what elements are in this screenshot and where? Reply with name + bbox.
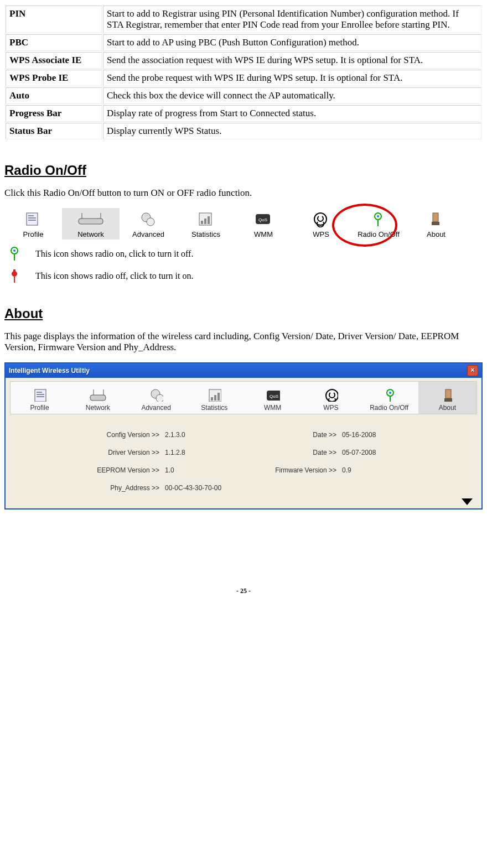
about-value: 1.0: [165, 466, 242, 474]
toolbar-item-statistics[interactable]: Statistics: [177, 208, 235, 240]
svg-point-15: [314, 213, 327, 225]
table-row: WPS Probe IESend the probe request with …: [6, 70, 481, 86]
radio-intro: Click this Radio On/Off button to turn O…: [4, 188, 483, 199]
term-cell: Progress Bar: [6, 105, 102, 122]
about-label: Date >>: [242, 431, 342, 439]
titlebar: Intelligent Wireless Utiltiy ×: [6, 363, 481, 378]
term-cell: PIN: [6, 6, 102, 33]
about-value: 1.1.2.8: [165, 449, 242, 456]
profile-icon: [12, 385, 68, 404]
term-cell: WPS Probe IE: [6, 70, 102, 86]
term-cell: PBC: [6, 34, 102, 51]
tab-wmm[interactable]: QoSWMM: [244, 382, 302, 414]
about-info-grid: Config Version >>2.1.3.0Date >>05-16-200…: [54, 431, 477, 492]
svg-rect-47: [444, 398, 452, 402]
toolbar-item-wmm[interactable]: QoSWMM: [235, 208, 292, 240]
table-row: Status BarDisplay currently WPS Status.: [6, 123, 481, 139]
about-value: 05-07-2008: [342, 449, 419, 456]
about-intro: This page displays the information of th…: [4, 331, 483, 353]
svg-point-35: [156, 394, 163, 402]
wmm-icon: QoS: [245, 385, 301, 404]
wps-icon: [303, 385, 359, 404]
svg-rect-25: [13, 269, 15, 273]
tab-statistics[interactable]: Statistics: [185, 382, 244, 414]
toolbar-item-about[interactable]: About: [407, 208, 465, 240]
about-value: 0.9: [342, 466, 419, 474]
svg-rect-1: [28, 215, 34, 216]
window-title: Intelligent Wireless Utiltiy: [9, 367, 90, 375]
expand-arrow-icon[interactable]: [462, 498, 473, 505]
about-toolbar: ProfileNetworkAdvancedStatisticsQoSWMMWP…: [10, 381, 477, 414]
svg-rect-46: [445, 389, 451, 398]
advanced-icon: [128, 385, 184, 404]
legend-on-text: This icon shows radio on, click to turn …: [35, 249, 193, 259]
svg-point-44: [389, 392, 391, 394]
advanced-icon: [121, 210, 176, 229]
tab-about[interactable]: About: [418, 382, 476, 414]
svg-rect-0: [27, 213, 38, 225]
about-icon: [408, 210, 464, 229]
statistics-icon: [178, 210, 234, 229]
about-value: 2.1.3.0: [165, 431, 242, 439]
network-icon: [70, 385, 126, 404]
toolbar-item-network[interactable]: Network: [62, 208, 120, 240]
tab-network[interactable]: Network: [69, 382, 127, 414]
svg-rect-28: [37, 392, 42, 393]
statistics-icon: [186, 385, 242, 404]
toolbar-item-wps[interactable]: WPS: [292, 208, 350, 240]
radio-heading: Radio On/Off: [4, 163, 483, 178]
svg-point-22: [13, 250, 15, 252]
table-row: PBCStart to add to AP using PBC (Push Bu…: [6, 34, 481, 51]
toolbar-item-profile[interactable]: Profile: [4, 208, 62, 240]
svg-rect-19: [433, 213, 438, 222]
close-icon[interactable]: ×: [467, 365, 478, 376]
svg-rect-30: [37, 396, 44, 397]
radio-on-off-icon: [361, 385, 417, 404]
about-window: Intelligent Wireless Utiltiy × ProfileNe…: [4, 362, 483, 510]
legend-off-text: This icon shows radio off, click to turn…: [35, 271, 193, 281]
radio-on-off-icon: [351, 210, 406, 229]
svg-rect-11: [204, 219, 206, 224]
svg-rect-29: [37, 394, 44, 395]
desc-cell: Display rate of progress from Start to C…: [103, 105, 481, 122]
radio-toolbar-image: ProfileNetworkAdvancedStatisticsQoSWMMWP…: [4, 208, 483, 240]
wmm-icon: QoS: [236, 210, 291, 229]
about-label: Date >>: [242, 449, 342, 456]
svg-rect-39: [217, 393, 220, 401]
svg-rect-4: [79, 219, 103, 224]
about-label: [242, 484, 342, 492]
svg-rect-10: [201, 221, 203, 224]
svg-rect-12: [208, 216, 210, 224]
desc-cell: Start to add to Registrar using PIN (Per…: [103, 6, 481, 33]
about-label: EEPROM Version >>: [54, 466, 165, 474]
svg-rect-27: [35, 389, 46, 402]
toolbar-item-advanced[interactable]: Advanced: [120, 208, 177, 240]
tab-advanced[interactable]: Advanced: [127, 382, 185, 414]
page-number: - 25 -: [4, 587, 483, 595]
about-heading: About: [4, 306, 483, 321]
svg-point-17: [377, 215, 379, 217]
tab-profile[interactable]: Profile: [11, 382, 69, 414]
svg-text:QoS: QoS: [270, 394, 278, 399]
tab-radio-on-off[interactable]: Radio On/Off: [360, 382, 418, 414]
table-row: AutoCheck this box the device will conne…: [6, 87, 481, 104]
network-icon: [63, 210, 118, 229]
svg-rect-3: [28, 220, 36, 221]
svg-point-42: [326, 389, 338, 402]
term-cell: Status Bar: [6, 123, 102, 139]
about-icon: [419, 385, 475, 404]
about-value: [342, 484, 419, 492]
about-label: Driver Version >>: [54, 449, 165, 456]
svg-point-8: [147, 218, 154, 226]
profile-icon: [6, 210, 61, 229]
toolbar-item-radio-on-off[interactable]: Radio On/Off: [350, 208, 407, 240]
about-value: 05-16-2008: [342, 431, 419, 439]
tab-wps[interactable]: WPS: [302, 382, 360, 414]
table-row: PINStart to add to Registrar using PIN (…: [6, 6, 481, 33]
definitions-table: PINStart to add to Registrar using PIN (…: [4, 4, 483, 141]
legend-radio-off: This icon shows radio off, click to turn…: [4, 268, 483, 284]
legend-radio-on: This icon shows radio on, click to turn …: [4, 246, 483, 262]
svg-rect-38: [214, 395, 216, 401]
table-row: Progress BarDisplay rate of progress fro…: [6, 105, 481, 122]
radio-on-icon: [4, 246, 24, 262]
